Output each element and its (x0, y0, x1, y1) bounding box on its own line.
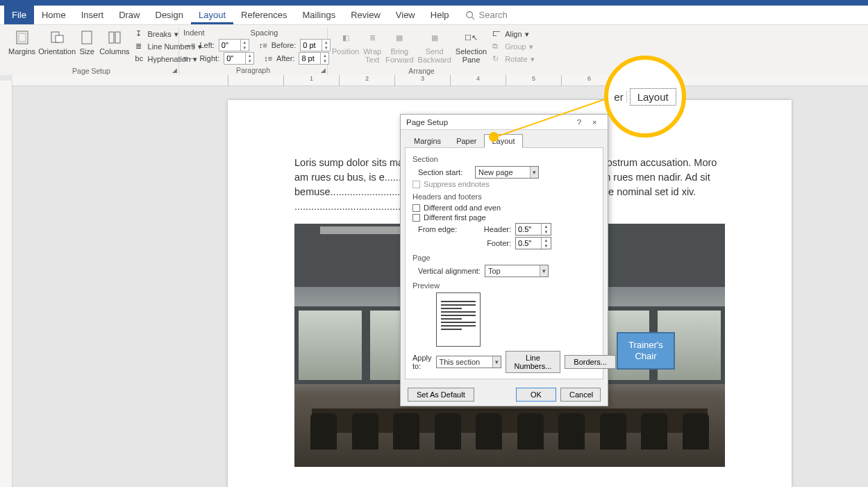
menu-bar: File Home Insert Draw Design Layout Refe… (0, 6, 868, 25)
tab-paper[interactable]: Paper (449, 134, 484, 148)
ribbon-group-arrange: ◧Position ≣Wrap Text ▦Bring Forward ▦Sen… (328, 28, 515, 75)
page-setup-launcher-icon[interactable]: ◢ (172, 67, 177, 74)
search-placeholder: Search (479, 10, 508, 20)
dialog-title-bar[interactable]: Page Setup ? × (401, 115, 608, 130)
line-numbers-dialog-button[interactable]: Line Numbers... (506, 351, 561, 373)
menu-insert[interactable]: Insert (74, 6, 112, 24)
wrap-text-button: ≣Wrap Text (363, 28, 381, 65)
dialog-help-button[interactable]: ? (571, 118, 587, 126)
selection-pane-button[interactable]: ☐↖Selection Pane (456, 28, 487, 65)
svg-rect-5 (56, 35, 63, 42)
indent-left-input[interactable]: ▲▼ (219, 39, 249, 51)
menu-review[interactable]: Review (343, 6, 388, 24)
size-button[interactable]: Size (78, 28, 95, 57)
position-button: ◧Position (332, 28, 359, 57)
footer-distance-input[interactable]: ▲▼ (515, 237, 551, 249)
margins-button[interactable]: Margins (8, 28, 35, 57)
borders-dialog-button[interactable]: Borders... (565, 355, 616, 369)
search-icon (465, 10, 475, 20)
ribbon: Margins Orientation Size Columns ↧Breaks… (0, 25, 868, 75)
menu-layout[interactable]: Layout (191, 6, 233, 24)
tab-layout[interactable]: Layout (484, 134, 522, 148)
headers-footers-heading: Headers and footers (412, 192, 596, 201)
suppress-endnotes-checkbox: Suppress endnotes (412, 180, 596, 188)
paragraph-launcher-icon[interactable]: ◢ (321, 67, 326, 74)
section-heading: Section (412, 155, 596, 163)
spacing-before-input[interactable]: ▲▼ (300, 39, 331, 51)
dialog-title: Page Setup (406, 118, 571, 126)
svg-rect-7 (109, 32, 114, 43)
apply-to-label: Apply to: (412, 354, 432, 370)
indent-right-input[interactable]: ▲▼ (224, 52, 254, 65)
group-label-arrange: Arrange (332, 65, 511, 76)
send-backward-button: ▦Send Backward (418, 28, 451, 65)
align-button[interactable]: ⫍Align▾ (491, 28, 535, 40)
menu-mailings[interactable]: Mailings (295, 6, 344, 24)
header-label: Header: (481, 225, 511, 233)
menu-home[interactable]: Home (34, 6, 74, 24)
different-odd-even-checkbox[interactable]: Different odd and even (412, 204, 596, 212)
callout-magnifier: er Layout (604, 56, 686, 138)
svg-rect-6 (82, 31, 92, 44)
group-label-page-setup: Page Setup (8, 65, 174, 76)
rotate-button: ↻Rotate▾ (491, 53, 535, 65)
page-setup-dialog: Page Setup ? × Margins Paper Layout Sect… (400, 114, 608, 406)
svg-rect-3 (19, 33, 26, 42)
ruler-horizontal[interactable]: 1234567 (12, 75, 868, 86)
menu-design[interactable]: Design (148, 6, 191, 24)
tab-margins[interactable]: Margins (406, 134, 449, 148)
menu-file[interactable]: File (4, 6, 34, 24)
callout-text-er: er (614, 91, 626, 103)
section-start-label: Section start: (418, 168, 471, 176)
tell-me-search[interactable]: Search (465, 10, 508, 20)
svg-line-1 (471, 17, 474, 19)
svg-rect-8 (115, 32, 120, 43)
page-heading: Page (412, 254, 596, 262)
trainer-chair-shape[interactable]: Trainer's Chair (617, 332, 675, 370)
vertical-alignment-select[interactable]: Top▾ (485, 265, 549, 277)
cancel-button[interactable]: Cancel (560, 388, 601, 402)
ribbon-group-paragraph: IndentSpacing →≡Left: ▲▼ ↕≡Before: ▲▼ ≡←… (179, 28, 328, 75)
from-edge-label: From edge: (418, 225, 471, 233)
title-bar (0, 0, 868, 6)
menu-references[interactable]: References (233, 6, 294, 24)
section-start-select[interactable]: New page▾ (475, 166, 539, 179)
header-distance-input[interactable]: ▲▼ (515, 223, 551, 236)
preview-thumbnail (436, 292, 481, 347)
group-button: ⧉Group▾ (491, 40, 535, 53)
callout-text-layout: Layout (630, 88, 676, 106)
vertical-alignment-label: Vertical alignment: (418, 267, 481, 275)
apply-to-select[interactable]: This section▾ (436, 356, 501, 368)
footer-label: Footer: (481, 239, 511, 247)
menu-draw[interactable]: Draw (111, 6, 147, 24)
ok-button[interactable]: OK (516, 388, 556, 402)
preview-heading: Preview (412, 281, 596, 290)
dialog-close-button[interactable]: × (587, 118, 602, 126)
bring-forward-button: ▦Bring Forward (385, 28, 413, 65)
columns-button[interactable]: Columns (99, 28, 129, 57)
orientation-button[interactable]: Orientation (40, 28, 74, 57)
ruler-vertical[interactable] (0, 81, 12, 487)
ribbon-group-page-setup: Margins Orientation Size Columns ↧Breaks… (4, 28, 179, 75)
group-label-paragraph: Paragraph (183, 65, 323, 75)
svg-point-0 (466, 11, 472, 17)
menu-view[interactable]: View (388, 6, 423, 24)
spacing-after-input[interactable]: ▲▼ (299, 52, 329, 65)
menu-help[interactable]: Help (423, 6, 457, 24)
different-first-page-checkbox[interactable]: Different first page (412, 213, 596, 222)
set-as-default-button[interactable]: Set As Default (408, 388, 474, 402)
